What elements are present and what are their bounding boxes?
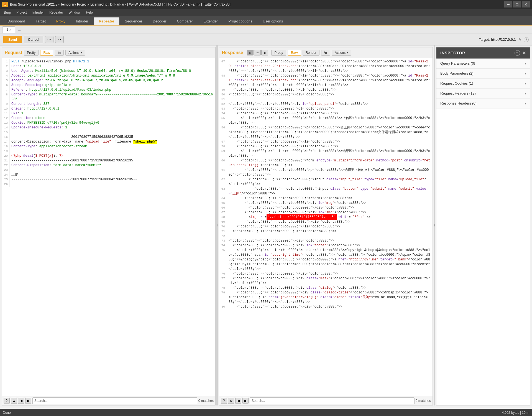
- inspector-section-title: Response Headers (6): [440, 101, 477, 105]
- chevron-down-icon: ▾: [525, 72, 526, 75]
- line-content: Referer: http://127.0.0.1/upload/Pass-03…: [11, 88, 215, 92]
- response-help-btn[interactable]: ?: [221, 398, 227, 404]
- response-tab-render[interactable]: Render: [303, 50, 319, 56]
- menu-burp[interactable]: Burp: [1, 10, 14, 15]
- view-full-icon[interactable]: ▣: [261, 50, 268, 55]
- response-search-input[interactable]: [250, 397, 415, 404]
- edit-target-icon[interactable]: ✎: [518, 37, 521, 42]
- line-number: 72: [219, 234, 227, 239]
- response-tab-pretty[interactable]: Pretty: [271, 50, 286, 56]
- repeater-tab-ellipsis[interactable]: …: [16, 27, 24, 33]
- response-line: 59 <"color:#888;"><"color:#cc0000;">h3<"…: [219, 149, 433, 158]
- line-content: 上传: [11, 173, 215, 177]
- tab-extender[interactable]: Extender: [198, 17, 223, 25]
- inspector-close-btn[interactable]: ✕: [522, 50, 526, 56]
- line-number: 54: [219, 111, 227, 116]
- response-settings-btn[interactable]: ⚙: [228, 398, 234, 404]
- nav-fwd-button[interactable]: › ▾: [55, 36, 64, 43]
- inspector-section-title: Request Cookies (1): [440, 81, 473, 85]
- inspector-divider[interactable]: [434, 45, 435, 405]
- inspector-header: INSPECTOR ? ✕: [436, 47, 530, 59]
- menu-intruder[interactable]: Intruder: [30, 10, 47, 15]
- line-content: Origin: http://127.0.0.1: [11, 106, 215, 111]
- line-content: <"color:#888;"><"color:#cc0000;">div cla…: [229, 276, 433, 286]
- pane-divider[interactable]: [216, 45, 218, 405]
- menu-project[interactable]: Project: [14, 10, 29, 15]
- response-tab-raw[interactable]: Raw: [288, 50, 301, 56]
- line-number: 69: [219, 220, 227, 224]
- line-number: 25: [2, 177, 10, 182]
- inspector-section-header-1[interactable]: Body Parameters (2)▾: [436, 69, 530, 78]
- view-split-icon[interactable]: ⊞: [247, 50, 254, 55]
- inspector-section-0: Query Parameters (0)▾: [436, 59, 530, 69]
- response-tab-ln[interactable]: \n: [321, 50, 330, 56]
- tab-user-options[interactable]: User options: [257, 17, 288, 25]
- request-actions-dropdown[interactable]: Actions ▾: [65, 50, 85, 56]
- line-content: <"color:#888;"><"color:#cc0000;">div id=…: [229, 201, 433, 206]
- line-content: [229, 97, 433, 102]
- line-content: [11, 130, 215, 135]
- request-tab-raw[interactable]: Raw: [40, 50, 53, 56]
- tab-sequencer[interactable]: Sequencer: [119, 17, 147, 25]
- request-header: Request Pretty Raw \n Actions ▾: [2, 47, 215, 58]
- inspector-section-4: Response Headers (6)▾: [436, 98, 530, 108]
- inspector-section-header-0[interactable]: Query Parameters (0)▾: [436, 59, 530, 68]
- request-code-area[interactable]: 1POST /upload/Pass-03/index.php HTTP/1.1…: [2, 58, 215, 396]
- response-line: 70 <"color:#888;"><"color:#cc0000;">/li<…: [219, 224, 433, 229]
- nav-back-button[interactable]: ‹ ▾: [45, 36, 53, 43]
- request-help-btn[interactable]: ?: [4, 398, 10, 404]
- line-content: <"color:#888;"><"color:#cc0000;">li<"col…: [229, 73, 433, 88]
- target-url: http://127.0.0.1: [491, 37, 516, 42]
- tab-decoder[interactable]: Decoder: [147, 17, 172, 25]
- response-line: 69 <"color:#888;"><"color:#cc0000;">/div…: [219, 220, 433, 224]
- tab-intruder[interactable]: Intruder: [71, 17, 94, 25]
- inspector-help-btn[interactable]: ?: [515, 50, 520, 56]
- request-nav-fwd-btn[interactable]: ▶: [25, 398, 31, 404]
- response-nav-back-btn[interactable]: ◀: [235, 398, 241, 404]
- cancel-button[interactable]: Cancel: [24, 36, 43, 43]
- menu-window[interactable]: Window: [66, 10, 83, 15]
- line-number: 74: [219, 243, 227, 248]
- request-line: 8Content-Type: multipart/form-data; boun…: [2, 92, 215, 102]
- menu-repeater[interactable]: Repeater: [47, 10, 66, 15]
- request-nav-back-btn[interactable]: ◀: [18, 398, 24, 404]
- response-line: 68 <img src="../upload/20210518175532627…: [219, 215, 433, 220]
- request-line: 7Referer: http://127.0.0.1/upload/Pass-0…: [2, 88, 215, 92]
- menu-help[interactable]: Help: [83, 10, 96, 15]
- response-nav-fwd-btn[interactable]: ▶: [242, 398, 249, 404]
- request-tab-ln[interactable]: \n: [55, 50, 64, 56]
- request-settings-btn[interactable]: ⚙: [11, 398, 17, 404]
- inspector-section-header-4[interactable]: Response Headers (6)▾: [436, 98, 530, 108]
- view-horiz-icon[interactable]: ═: [254, 50, 261, 55]
- send-button[interactable]: Send: [3, 36, 22, 43]
- inspector-section-header-2[interactable]: Request Cookies (1)▾: [436, 78, 530, 88]
- line-number: 14: [2, 125, 10, 130]
- request-search-input[interactable]: [32, 397, 197, 404]
- inspector-section-title: Query Parameters (0): [440, 61, 475, 65]
- response-line: 71 <"color:#888;"><"color:#cc0000;">/ol<…: [219, 229, 433, 234]
- line-content: <"color:#888;"><"color:#cc0000;">center<…: [229, 248, 433, 272]
- line-number: 61: [219, 168, 227, 177]
- help-icon[interactable]: ?: [524, 37, 529, 42]
- inspector-section-header-3[interactable]: Request Headers (13)▾: [436, 88, 530, 98]
- tab-project-options[interactable]: Project options: [223, 17, 257, 25]
- repeater-tab-1[interactable]: 1 ×: [2, 26, 15, 33]
- request-tab-pretty[interactable]: Pretty: [24, 50, 39, 56]
- response-actions-dropdown[interactable]: Actions ▾: [332, 50, 351, 56]
- request-line: 5Accept-Language: zh-CN,zh;q=0.8,zh-TW;q…: [2, 78, 215, 83]
- response-code-area[interactable]: 47 <"color:#888;"><"color:#cc0000;">li<"…: [219, 58, 433, 396]
- line-number: 66: [219, 206, 227, 210]
- tab-dashboard[interactable]: Dashboard: [2, 17, 30, 25]
- tab-target[interactable]: Target: [30, 17, 51, 25]
- inspector-section-1: Body Parameters (2)▾: [436, 69, 530, 78]
- inspector-section-2: Request Cookies (1)▾: [436, 78, 530, 88]
- maximize-button[interactable]: □: [513, 1, 521, 7]
- line-number: 1: [2, 59, 10, 64]
- tab-proxy[interactable]: Proxy: [51, 17, 71, 25]
- tab-comparer[interactable]: Comparer: [172, 17, 198, 25]
- window-title: Burp Suite Professional v2021.3 - Tempor…: [10, 2, 504, 6]
- close-button[interactable]: ✕: [522, 1, 530, 7]
- minimize-button[interactable]: ─: [504, 1, 512, 7]
- window-controls: ─ □ ✕: [504, 1, 530, 7]
- tab-repeater[interactable]: Repeater: [94, 17, 120, 25]
